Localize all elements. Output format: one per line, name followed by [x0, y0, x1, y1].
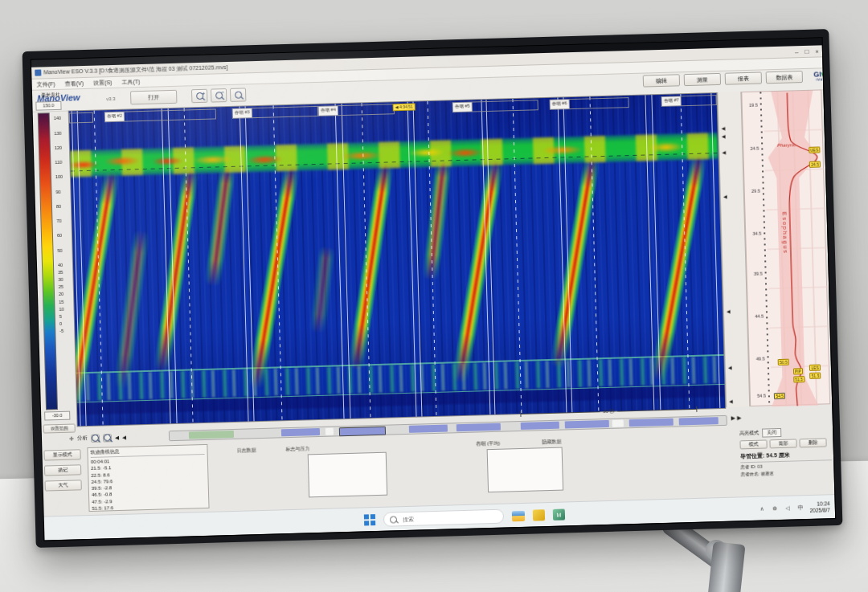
- taskbar-search[interactable]: [383, 509, 504, 527]
- display-mode-column: 显示模式描记大气: [43, 449, 82, 496]
- depth-tick-label: 24.5: [743, 146, 760, 152]
- pip-badge[interactable]: PIP: [793, 368, 803, 374]
- pressure-tick-label: 130: [51, 130, 67, 136]
- open-button[interactable]: 打开: [130, 90, 177, 105]
- pressure-profile-panel: 19.524.529.534.539.544.549.554.5 Pharynx…: [741, 89, 830, 406]
- pressure-tick-label: 60: [54, 233, 70, 239]
- swallow-marker-box[interactable]: 吞咽 #3: [232, 106, 318, 119]
- panel-button-删除[interactable]: 删除: [799, 438, 826, 447]
- pip-value-badge[interactable]: 51.5: [793, 376, 805, 382]
- timeline-forward-arrows[interactable]: ▶▶: [731, 414, 743, 421]
- manoview-taskbar-icon[interactable]: M: [553, 509, 565, 521]
- zoom-region-button[interactable]: [230, 88, 246, 102]
- depth-tick-label: 19.5: [743, 102, 759, 108]
- ues-value-badge[interactable]: 24.5: [809, 161, 821, 167]
- step-back-icon[interactable]: ◀: [115, 434, 119, 440]
- pressure-tick-label: 20: [55, 292, 72, 297]
- pressure-min-box[interactable]: -30.0: [44, 411, 70, 421]
- menu-item[interactable]: 查看(V): [65, 80, 84, 88]
- timeline-segment[interactable]: [520, 422, 559, 430]
- timeline-segment[interactable]: [280, 428, 320, 436]
- panel-button-模式[interactable]: 模式: [739, 439, 767, 449]
- pressure-tick-label: 80: [53, 203, 69, 209]
- tray-chevron-icon[interactable]: ∧: [758, 506, 765, 512]
- timeline-segment[interactable]: [409, 425, 448, 433]
- timeline-segment[interactable]: [339, 427, 386, 437]
- taskbar-app-icon[interactable]: [533, 509, 545, 521]
- ues-badge[interactable]: UES: [809, 147, 820, 153]
- catheter-tip-badge[interactable]: 54.5: [774, 393, 785, 399]
- step-back-icon[interactable]: ◀: [122, 434, 126, 440]
- maximize-button[interactable]: □: [805, 47, 809, 55]
- pressure-max-box[interactable]: 150.0: [35, 101, 61, 111]
- clock[interactable]: 10:24 2025/8/7: [809, 500, 830, 514]
- timeline-segment[interactable]: [612, 419, 624, 427]
- swallow-marker-box[interactable]: 吞咽 #4: [318, 104, 395, 116]
- swallow-label: 吞咽 #2: [105, 112, 125, 122]
- toolbar-button-报表[interactable]: 报表: [725, 71, 762, 84]
- pressure-tick-label: 0: [56, 320, 72, 326]
- swallow-peristalsis-streak: [203, 166, 236, 288]
- section-label: 日志数据: [236, 447, 256, 455]
- highlight-mode-value[interactable]: 关闭: [762, 428, 781, 438]
- sensor-marker-arrow: ◀: [729, 398, 733, 403]
- swallow-peristalsis-streak: [422, 161, 453, 283]
- mid-value-badge[interactable]: 50.5: [778, 359, 789, 365]
- set-range-button[interactable]: 设置范围: [43, 423, 76, 433]
- tray-date: 2025/8/7: [809, 507, 830, 514]
- timeline-segment[interactable]: [326, 427, 334, 435]
- menu-item[interactable]: 设置(S): [93, 79, 113, 88]
- pressure-unit-label: 毫米汞柱: [34, 92, 68, 100]
- data-panel-box: [487, 447, 563, 493]
- close-button[interactable]: ×: [815, 47, 819, 55]
- swallow-label: 吞咽 #7: [662, 96, 682, 106]
- swallow-label: 吞咽 #4: [319, 106, 338, 116]
- zoom-button-group: +−: [191, 88, 246, 103]
- swallow-peristalsis-streak: [113, 229, 151, 390]
- zoom-in-button[interactable]: +: [191, 89, 207, 104]
- les-badge[interactable]: LES: [809, 365, 821, 371]
- timeline-segment[interactable]: [565, 420, 610, 429]
- file-explorer-icon[interactable]: [512, 510, 525, 521]
- mode-button-显示模式[interactable]: 显示模式: [43, 449, 80, 460]
- toolbar-button-测量[interactable]: 测量: [684, 73, 721, 86]
- menu-item[interactable]: 工具(T): [121, 78, 140, 87]
- analysis-label: 分析: [77, 435, 88, 442]
- search-input[interactable]: [401, 513, 485, 523]
- section-label: 标志与压力: [285, 445, 309, 453]
- pressure-tick-label: 5: [56, 313, 72, 319]
- esophagus-label: Esophagus: [782, 212, 788, 255]
- mode-button-描记[interactable]: 描记: [44, 464, 81, 476]
- swallow-marker-box[interactable]: 吞咽 #5: [452, 100, 538, 112]
- swallow-marker-box[interactable]: 吞咽 #2: [104, 108, 216, 122]
- sensor-marker-arrow: ◀: [721, 126, 725, 131]
- timeline-segment[interactable]: [628, 418, 674, 427]
- screen: ManoView ESO V.3.3 [D:\食道测压源文件\范 海霞 03 测…: [31, 37, 836, 541]
- depth-tick-label: 29.5: [745, 188, 761, 194]
- language-icon[interactable]: 中: [796, 504, 804, 512]
- minimize-button[interactable]: –: [795, 48, 799, 55]
- zoom-tool-icon[interactable]: [103, 434, 112, 442]
- les-value-badge[interactable]: 51.5: [810, 373, 821, 379]
- sensor-marker-arrow: ◀: [727, 309, 731, 314]
- start-button[interactable]: [364, 514, 375, 525]
- zoom-tool-icon[interactable]: [91, 434, 100, 442]
- menu-item[interactable]: 文件(F): [37, 80, 55, 89]
- timeline-segment[interactable]: [189, 431, 234, 439]
- network-icon[interactable]: ⊕: [771, 505, 778, 512]
- zoom-out-button[interactable]: −: [211, 88, 227, 103]
- swallow-marker-box[interactable]: 吞咽 #7: [661, 95, 717, 107]
- toolbar-button-数据表[interactable]: 数据表: [766, 71, 803, 84]
- swallow-peristalsis-streak: [247, 165, 301, 390]
- section-label: 吞咽 (平均): [476, 440, 500, 448]
- pressure-tick-label: 50: [54, 247, 70, 253]
- event-marker-badge[interactable]: ◀ 4:34.51: [393, 104, 416, 112]
- speaker-icon[interactable]: ◁: [784, 505, 791, 512]
- timeline-segment[interactable]: [457, 423, 502, 432]
- toolbar-button-编辑[interactable]: 编辑: [643, 74, 680, 87]
- swallow-marker-box[interactable]: 吞咽 #6: [550, 97, 629, 110]
- panel-button-胃部[interactable]: 胃部: [769, 439, 796, 448]
- mode-button-大气[interactable]: 大气: [45, 480, 82, 491]
- timeline-segment[interactable]: [679, 417, 719, 425]
- hrm-pressure-topography-plot[interactable]: 吞咽 #2吞咽 #3吞咽 #4吞咽 #5吞咽 #6吞咽 #7 ◀ 4:34.51: [68, 92, 727, 427]
